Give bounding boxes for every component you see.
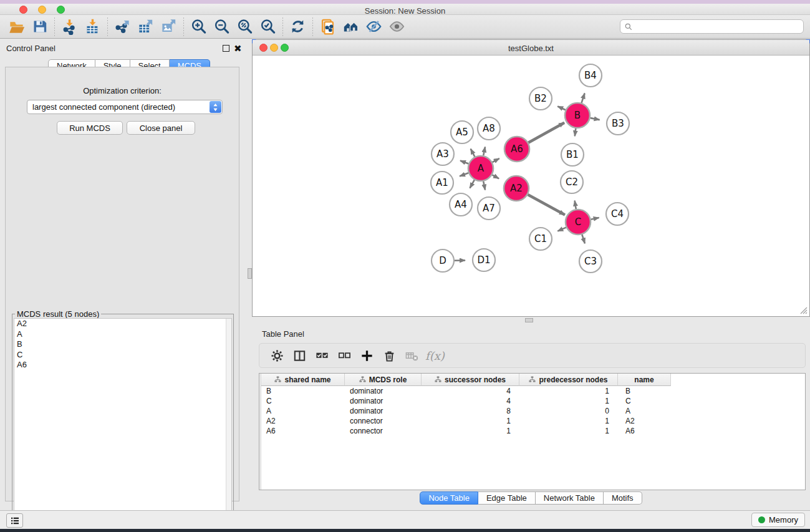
node-A[interactable]: A xyxy=(468,156,493,181)
splitter-grip[interactable] xyxy=(525,318,533,322)
run-mcds-button[interactable]: Run MCDS xyxy=(57,121,123,135)
import-network-button[interactable] xyxy=(58,17,81,37)
table-cell[interactable]: 1 xyxy=(519,426,618,436)
edge-A-A4[interactable] xyxy=(470,180,474,188)
table-cell[interactable]: connector xyxy=(345,426,422,436)
table-cell[interactable]: 1 xyxy=(519,386,618,396)
table-cell[interactable]: connector xyxy=(345,416,422,426)
node-C2[interactable]: C2 xyxy=(561,171,583,193)
new-network-from-selection-button[interactable] xyxy=(316,17,339,37)
settings-button[interactable] xyxy=(266,346,288,365)
node-A3[interactable]: A3 xyxy=(432,143,454,165)
hide-selected-button[interactable] xyxy=(362,17,385,37)
network-canvas[interactable]: B4B2BB3A5A8A6A3B1AA1C2A2A4A7C4CC1C3DD1 xyxy=(253,56,809,316)
node-A2[interactable]: A2 xyxy=(504,176,529,201)
table-cell[interactable]: A2 xyxy=(618,416,671,426)
table-cell[interactable]: 0 xyxy=(519,406,618,416)
save-session-button[interactable] xyxy=(28,17,51,37)
node-D1[interactable]: D1 xyxy=(473,249,495,271)
edge-A-A3[interactable] xyxy=(460,161,468,164)
column-header-name[interactable]: name xyxy=(618,374,671,386)
table-mode-button[interactable] xyxy=(288,346,311,365)
node-B4[interactable]: B4 xyxy=(579,64,602,87)
zoom-selected-button[interactable] xyxy=(256,17,279,37)
add-column-button[interactable] xyxy=(355,346,378,365)
edge-A2-C[interactable] xyxy=(528,195,564,215)
select-all-button[interactable] xyxy=(311,346,333,365)
table-cell[interactable]: A xyxy=(618,406,671,416)
column-header-successor-nodes[interactable]: successor nodes xyxy=(422,374,519,386)
table-cell[interactable]: B xyxy=(261,386,345,396)
task-history-button[interactable] xyxy=(6,513,23,528)
mcds-result-item[interactable]: A6 xyxy=(14,360,231,370)
tab-motifs[interactable]: Motifs xyxy=(604,491,642,505)
import-table-button[interactable] xyxy=(81,17,104,37)
scrollbar-track[interactable] xyxy=(226,319,231,521)
node-B3[interactable]: B3 xyxy=(607,112,629,135)
table-cell[interactable]: 4 xyxy=(422,396,519,406)
edge-B-B4[interactable] xyxy=(582,94,585,104)
table-cell[interactable]: 4 xyxy=(422,386,519,396)
zoom-fit-button[interactable] xyxy=(233,17,256,37)
table-cell[interactable]: 1 xyxy=(422,416,519,426)
table-cell[interactable]: 1 xyxy=(519,396,618,406)
node-A6[interactable]: A6 xyxy=(504,137,529,162)
edge-A-A7[interactable] xyxy=(483,181,485,190)
edge-B-B1[interactable] xyxy=(575,128,576,136)
table-row[interactable]: A6connector11A6 xyxy=(261,426,671,436)
edge-A-A5[interactable] xyxy=(471,149,475,157)
table-cell[interactable]: dominator xyxy=(345,386,422,396)
memory-button[interactable]: Memory xyxy=(751,513,805,527)
node-A8[interactable]: A8 xyxy=(478,117,500,140)
edge-A-A1[interactable] xyxy=(460,173,468,176)
export-image-button[interactable] xyxy=(157,17,180,37)
node-C[interactable]: C xyxy=(566,210,591,235)
edge-C-C2[interactable] xyxy=(575,201,576,210)
splitter-grip[interactable] xyxy=(248,268,252,279)
node-table[interactable]: shared nameMCDS rolesuccessor nodesprede… xyxy=(259,373,806,490)
table-cell[interactable]: 8 xyxy=(422,406,519,416)
table-cell[interactable]: 1 xyxy=(519,416,618,426)
mcds-result-item[interactable]: A xyxy=(14,329,231,340)
table-cell[interactable]: C xyxy=(261,396,345,406)
node-C4[interactable]: C4 xyxy=(606,203,629,225)
node-C3[interactable]: C3 xyxy=(579,250,602,273)
edge-A-A2[interactable] xyxy=(492,175,499,178)
tab-node-table[interactable]: Node Table xyxy=(420,491,478,505)
table-cell[interactable]: B xyxy=(618,386,671,396)
node-B2[interactable]: B2 xyxy=(529,87,552,110)
edge-B-B2[interactable] xyxy=(557,106,566,110)
node-A1[interactable]: A1 xyxy=(431,172,453,194)
table-row[interactable]: Adominator80A xyxy=(261,406,671,416)
column-header-predecessor-nodes[interactable]: predecessor nodes xyxy=(519,374,618,386)
edge-A-A8[interactable] xyxy=(483,147,485,155)
edge-C-C1[interactable] xyxy=(557,228,566,231)
table-cell[interactable]: 1 xyxy=(422,426,519,436)
table-cell[interactable]: A6 xyxy=(618,426,671,436)
table-cell[interactable]: dominator xyxy=(345,396,422,406)
zoom-in-button[interactable] xyxy=(187,17,210,37)
node-D[interactable]: D xyxy=(432,249,454,272)
node-B[interactable]: B xyxy=(565,103,590,128)
edge-C-C3[interactable] xyxy=(582,235,585,243)
node-A4[interactable]: A4 xyxy=(450,193,472,216)
column-header-shared-name[interactable]: shared name xyxy=(261,374,345,386)
zoom-out-button[interactable] xyxy=(210,17,233,37)
edge-A6-B[interactable] xyxy=(528,123,564,143)
node-A5[interactable]: A5 xyxy=(451,121,473,143)
column-header-MCDS-role[interactable]: MCDS role xyxy=(345,374,422,386)
tab-edge-table[interactable]: Edge Table xyxy=(478,491,536,505)
node-C1[interactable]: C1 xyxy=(529,228,552,250)
float-panel-icon[interactable] xyxy=(223,45,229,52)
edge-B-B3[interactable] xyxy=(591,118,600,120)
deselect-all-button[interactable] xyxy=(333,346,355,365)
mcds-result-list[interactable]: A2ABCA6 xyxy=(14,318,232,522)
export-network-button[interactable] xyxy=(111,17,134,37)
table-cell[interactable]: A2 xyxy=(261,416,345,426)
table-cell[interactable]: dominator xyxy=(345,406,422,416)
node-A7[interactable]: A7 xyxy=(478,197,500,220)
mcds-result-item[interactable]: C xyxy=(14,350,231,360)
close-panel-icon[interactable]: ✖ xyxy=(234,45,242,52)
table-row[interactable]: Bdominator41B xyxy=(261,386,671,396)
mcds-result-item[interactable]: B xyxy=(14,339,231,350)
